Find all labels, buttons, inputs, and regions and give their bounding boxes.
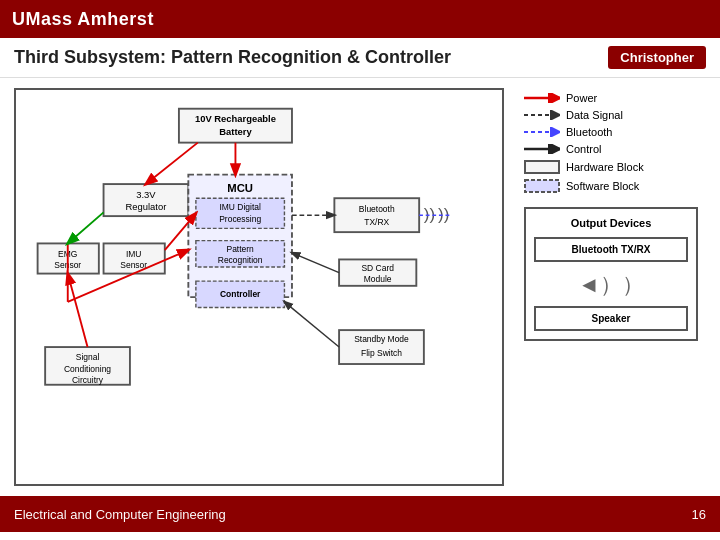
diagram-svg: 10V Rechargeable Battery 3.3V Regulator … xyxy=(24,104,494,462)
svg-text:)): )) xyxy=(438,205,449,224)
legend-hardware: Hardware Block xyxy=(524,160,698,174)
svg-text:Circuitry: Circuitry xyxy=(72,375,104,385)
diagram-container: 10V Rechargeable Battery 3.3V Regulator … xyxy=(14,88,504,486)
svg-text:Signal: Signal xyxy=(76,352,100,362)
output-devices-section: Output Devices Bluetooth TX/RX ◄）） Speak… xyxy=(524,207,698,341)
speaker-label: Speaker xyxy=(541,313,681,324)
legend-data-label: Data Signal xyxy=(566,109,623,121)
legend-hardware-label: Hardware Block xyxy=(566,161,644,173)
legend-section: Power Data Signal Bluetooth Control Hard… xyxy=(524,92,698,193)
university-logo: UMass Amherst xyxy=(12,9,154,30)
svg-text:SD Card: SD Card xyxy=(361,263,394,273)
footer-right: 16 xyxy=(692,507,706,522)
legend-software: Software Block xyxy=(524,179,698,193)
svg-line-48 xyxy=(68,212,104,243)
svg-rect-53 xyxy=(525,161,559,173)
output-devices-title: Output Devices xyxy=(534,217,688,229)
svg-line-45 xyxy=(292,253,339,273)
legend-panel: Power Data Signal Bluetooth Control Hard… xyxy=(516,88,706,486)
svg-text:Bluetooth: Bluetooth xyxy=(359,204,395,214)
svg-text:MCU: MCU xyxy=(227,182,253,194)
presenter-badge: Christopher xyxy=(608,46,706,69)
svg-text:Controller: Controller xyxy=(220,289,261,299)
legend-bluetooth-label: Bluetooth xyxy=(566,126,612,138)
svg-text:3.3V: 3.3V xyxy=(136,189,156,200)
svg-text:Battery: Battery xyxy=(219,126,252,137)
header: UMass Amherst xyxy=(0,0,720,38)
svg-text:Conditioning: Conditioning xyxy=(64,364,111,374)
svg-text:Standby Mode: Standby Mode xyxy=(354,334,409,344)
svg-text:Flip Switch: Flip Switch xyxy=(361,348,402,358)
bt-txrx-outer-label: Bluetooth TX/RX xyxy=(541,244,681,255)
svg-text:IMU Digital: IMU Digital xyxy=(219,202,261,212)
svg-text:10V Rechargeable: 10V Rechargeable xyxy=(195,113,276,124)
svg-rect-54 xyxy=(525,180,559,192)
svg-text:Regulator: Regulator xyxy=(126,201,167,212)
footer: Electrical and Computer Engineering 16 xyxy=(0,496,720,532)
titlebar: Third Subsystem: Pattern Recognition & C… xyxy=(0,38,720,78)
sound-waves-icon: ◄）） xyxy=(534,270,688,300)
legend-data: Data Signal xyxy=(524,109,698,121)
svg-text:IMU: IMU xyxy=(126,249,142,259)
svg-text:Recognition: Recognition xyxy=(218,255,263,265)
legend-control: Control xyxy=(524,143,698,155)
svg-line-46 xyxy=(284,302,339,347)
bt-txrx-outer-box: Bluetooth TX/RX xyxy=(534,237,688,262)
legend-bluetooth: Bluetooth xyxy=(524,126,698,138)
legend-software-label: Software Block xyxy=(566,180,639,192)
legend-power: Power xyxy=(524,92,698,104)
svg-text:Module: Module xyxy=(364,274,392,284)
svg-line-47 xyxy=(68,274,88,347)
page-title: Third Subsystem: Pattern Recognition & C… xyxy=(14,47,451,68)
main-content: 10V Rechargeable Battery 3.3V Regulator … xyxy=(0,78,720,496)
svg-text:Processing: Processing xyxy=(219,214,261,224)
footer-left: Electrical and Computer Engineering xyxy=(14,507,226,522)
svg-rect-29 xyxy=(334,198,419,232)
svg-text:Pattern: Pattern xyxy=(227,244,255,254)
legend-control-label: Control xyxy=(566,143,601,155)
legend-power-label: Power xyxy=(566,92,597,104)
speaker-box: Speaker xyxy=(534,306,688,331)
svg-text:)): )) xyxy=(424,205,435,224)
svg-text:TX/RX: TX/RX xyxy=(364,217,389,227)
